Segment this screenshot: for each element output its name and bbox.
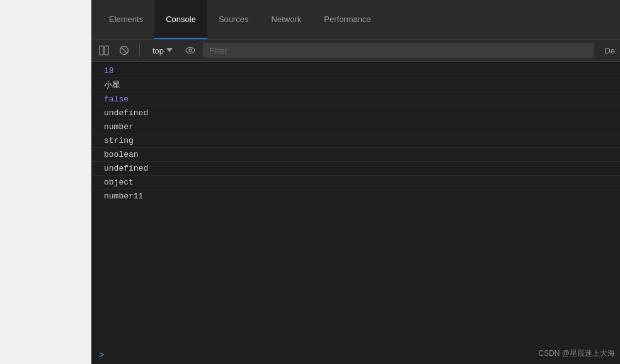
console-value: undefined [104, 108, 148, 118]
tab-console[interactable]: Console [154, 0, 207, 39]
svg-marker-4 [166, 48, 173, 52]
console-row: number11 [91, 190, 620, 203]
console-value: string [104, 136, 134, 145]
console-row: boolean [91, 148, 620, 162]
tab-sources[interactable]: Sources [207, 0, 260, 39]
devtools-panel: Elements Console Sources Network Perform… [91, 0, 620, 364]
console-row: 小星 [91, 78, 620, 93]
expand-panels-button[interactable] [96, 43, 112, 58]
clear-console-button[interactable] [117, 43, 132, 58]
console-value: number [104, 122, 134, 132]
tab-network[interactable]: Network [260, 0, 313, 39]
eye-icon [185, 45, 195, 55]
console-row: number [91, 120, 620, 134]
toolbar-divider-1 [139, 44, 140, 57]
console-prompt: > [99, 350, 104, 360]
svg-rect-1 [105, 46, 108, 55]
tab-elements[interactable]: Elements [98, 0, 154, 39]
console-value: undefined [104, 164, 148, 173]
filter-input[interactable] [203, 43, 594, 58]
clear-console-icon [119, 45, 129, 55]
console-row: undefined [91, 106, 620, 120]
console-row: 18 [91, 64, 620, 78]
console-row: string [91, 134, 620, 148]
context-selector-label: top [152, 46, 164, 55]
console-value: number11 [104, 191, 143, 201]
live-expression-button[interactable] [183, 43, 198, 58]
console-value: boolean [104, 150, 139, 159]
console-row: false [91, 93, 620, 106]
chevron-down-icon [166, 48, 173, 53]
context-selector[interactable]: top [147, 44, 178, 57]
console-row: undefined [91, 162, 620, 176]
console-output: 18 小星 false undefined number string bool… [91, 62, 620, 346]
svg-point-6 [189, 49, 192, 52]
console-toolbar: top De [91, 40, 620, 62]
tab-bar: Elements Console Sources Network Perform… [91, 0, 620, 40]
console-value: false [104, 94, 129, 104]
console-row: object [91, 176, 620, 190]
console-value: object [104, 178, 134, 187]
console-value: 小星 [104, 79, 120, 91]
left-browser-panel [0, 0, 91, 364]
watermark: CSDN @星辰迷上大海 [538, 348, 615, 359]
expand-panels-icon [99, 45, 109, 55]
console-value: 18 [104, 66, 114, 76]
svg-point-5 [186, 48, 195, 54]
tab-performance[interactable]: Performance [313, 0, 382, 39]
svg-rect-0 [100, 46, 103, 55]
svg-line-3 [121, 47, 127, 54]
default-levels-label: De [599, 46, 615, 55]
